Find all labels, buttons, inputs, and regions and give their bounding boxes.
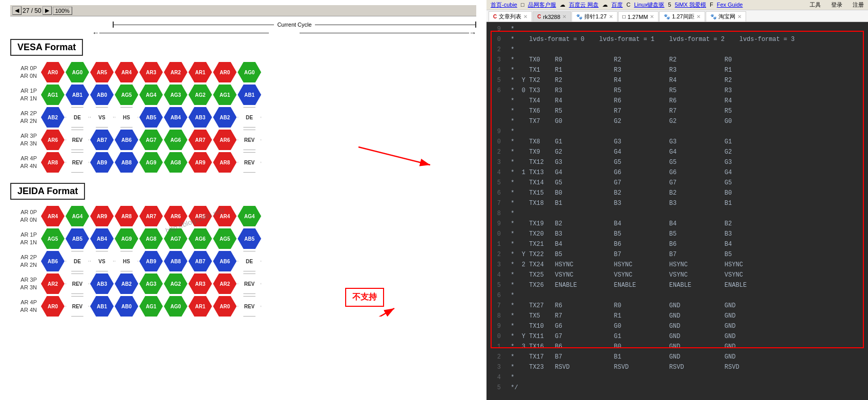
- tab-close-5[interactable]: ✕: [696, 14, 701, 19]
- line-content: * lvds-format = 0 lvds-format = 1 lvds-f…: [507, 35, 795, 44]
- code-line: 5 */: [486, 383, 868, 393]
- tab-label-4: 1.27MM: [628, 14, 648, 20]
- line-number: 3: [489, 55, 501, 65]
- diagram-row: AR 1PAR 1NAG5AB5AB4AG9AG8AG7AG6AG5AB5: [10, 228, 476, 249]
- code-line: 3 * TX12 G3 G5 G5 G3: [486, 157, 868, 167]
- line-content: * TX7 G0 G2 G2 G0: [507, 117, 732, 126]
- jeida-section: JEIDA Format AR 0PAR 0NAR4AG4AR9AR8AR7AR…: [10, 183, 476, 317]
- code-line: 2 * TX9 G2 G4 G4 G2: [486, 147, 868, 157]
- code-line: 8 * TX5 R7 R1 GND GND: [486, 311, 868, 321]
- tab-close-3[interactable]: ✕: [609, 14, 613, 19]
- tab-close-4[interactable]: ✕: [650, 14, 654, 19]
- zoom-btn[interactable]: 100%: [53, 7, 72, 15]
- line-content: * Y TX11 G7 G1 GND GND: [507, 332, 735, 341]
- code-line: 0 * lvds-format = 0 lvds-format = 1 lvds…: [486, 34, 868, 45]
- hex-cell: AB0: [115, 296, 138, 317]
- line-content: * TX21 B4 B6 B6 B4: [507, 240, 732, 249]
- line-number: 4: [489, 270, 501, 280]
- code-line: 4 * TX1 R1 R3 R3 R1: [486, 65, 868, 75]
- hex-cell: AG0: [238, 62, 261, 82]
- hex-cell: AG5: [115, 85, 138, 105]
- hex-row: AB6DEVSHSAB9AB8AB7AB6DE: [41, 251, 261, 271]
- code-line: 6 *: [486, 290, 868, 301]
- code-line: 5 * Y TX2 R2 R4 R4 R2: [486, 75, 868, 86]
- line-content: *: [507, 45, 514, 54]
- hex-cell: AR0: [213, 62, 237, 82]
- tab-127mm[interactable]: □ 1.27MM ✕: [618, 11, 659, 22]
- line-number: 7: [489, 301, 501, 310]
- toolbar-tools[interactable]: 工具: [810, 1, 821, 9]
- vesa-section: Current Cycle ← → VESA Format AR 0PAR 0N…: [10, 22, 476, 173]
- hex-cell: AB9: [90, 152, 114, 173]
- line-number: 5: [489, 76, 501, 85]
- hex-cell: AG6: [164, 130, 187, 150]
- hex-row: AG5AB5AB4AG9AG8AG7AG6AG5AB5: [41, 228, 261, 249]
- hex-cell: VS: [90, 107, 114, 128]
- hex-cell: AG0: [164, 296, 187, 317]
- hex-cell: AG2: [188, 85, 212, 105]
- hex-cell: AB6: [41, 251, 65, 271]
- next-page-btn[interactable]: ▶: [43, 6, 52, 15]
- not-supported-badge: 不支持: [345, 288, 384, 307]
- code-line: 9 *: [486, 24, 868, 34]
- code-line: * TX7 G0 G2 G2 G0: [486, 116, 868, 127]
- line-content: * Y TX22 B5 B7 B7 B5: [507, 250, 732, 259]
- tab-close-6[interactable]: ✕: [737, 14, 742, 19]
- hex-row: AR6REVAB7AB6AG7AG6AR7AR6REV: [41, 130, 261, 150]
- tab-favicon-4: □: [623, 14, 626, 19]
- hex-row: AB2DEVSHSAB5AB4AB3AB2DE: [41, 107, 261, 128]
- code-line: 8 *: [486, 208, 868, 219]
- line-number: 0: [489, 229, 501, 239]
- prev-page-btn[interactable]: ◀: [12, 6, 22, 15]
- diagram-row: AR 4PAR 4NAR8REVAB9AB8AG9AG8AR9AR8REV: [10, 152, 476, 173]
- top-bar: 首页-cubie □ 品网客户服 ☁ 百度云 网盘 ☁ 百度 C Linux键盘…: [486, 0, 868, 10]
- hex-cell: AR4: [41, 206, 65, 226]
- code-line: 0 * TX20 B3 B5 B5 B3: [486, 229, 868, 239]
- code-line: 9 *: [486, 127, 868, 137]
- hex-cell: AR2: [213, 273, 237, 294]
- line-number: 6: [489, 188, 501, 198]
- hex-cell: REV: [66, 152, 89, 173]
- hex-cell: AB2: [41, 107, 65, 128]
- hex-cell: AG1: [41, 85, 65, 105]
- hex-cell: AR3: [139, 62, 163, 82]
- code-line: 5 * TX14 G5 G7 G7 G5: [486, 178, 868, 188]
- hex-cell: AR7: [188, 130, 212, 150]
- tab-close-2[interactable]: ✕: [562, 14, 566, 19]
- line-content: *: [507, 25, 514, 34]
- code-line: 1 * 3 TX16 B6 B0 GND GND: [486, 342, 868, 352]
- line-content: * TX4 R4 R6 R6 R4: [507, 96, 732, 106]
- tab-label-5: 1.27间距: [672, 13, 694, 20]
- diagram-row: AR 2PAR 2NAB6DEVSHSAB9AB8AB7AB6DE: [10, 251, 476, 271]
- line-content: * TX14 G5 G7 G7 G5: [507, 178, 732, 187]
- hex-cell: DE: [66, 107, 89, 128]
- hex-cell: AB8: [115, 152, 138, 173]
- toolbar-login[interactable]: 登录: [831, 1, 842, 9]
- code-line: 2 * Y TX22 B5 B7 B7 B5: [486, 249, 868, 260]
- toolbar-register[interactable]: 注册: [853, 1, 864, 9]
- hex-cell: AG0: [66, 62, 89, 82]
- line-number: 0: [489, 332, 501, 341]
- toolbar: ◀ 27 / 50 ▶ 100%: [10, 5, 476, 16]
- line-number: 2: [489, 148, 501, 157]
- diagram-row: AR 1PAR 1NAG1AB1AB0AG5AG4AG3AG2AG1AB1: [10, 85, 476, 105]
- tab-close-1[interactable]: ✕: [523, 14, 527, 19]
- line-number: 8: [489, 209, 501, 218]
- left-panel: ◀ 27 / 50 ▶ 100% Current Cycle ←: [0, 0, 486, 400]
- hex-cell: AB0: [90, 85, 114, 105]
- tab-label-3: 排针1.27: [584, 13, 606, 20]
- tab-paizheng[interactable]: 🐾 排针1.27 ✕: [571, 11, 617, 22]
- line-content: * TX8 G1 G3 G3 G1: [507, 137, 732, 146]
- hex-cell: AB1: [90, 296, 114, 317]
- code-line: 5 * TX26 ENABLE ENABLE ENABLE ENABLE: [486, 280, 868, 290]
- vesa-rows: AR 0PAR 0NAR0AG0AR5AR4AR3AR2AR1AR0AG0AR …: [10, 62, 476, 173]
- tab-taobao[interactable]: 🐾 淘宝网 ✕: [706, 11, 746, 22]
- jeida-format-label: JEIDA Format: [10, 183, 85, 200]
- tab-127jj[interactable]: 🐾 1.27间距 ✕: [659, 11, 705, 22]
- code-line: 3 * TX0 R0 R2 R2 R0: [486, 55, 868, 65]
- tab-wenzhanliebiao[interactable]: C 文章列表 ✕: [489, 11, 532, 22]
- hex-cell: REV: [238, 152, 261, 173]
- row-label: AR 4PAR 4N: [10, 155, 41, 171]
- tab-rk3288[interactable]: C rk3288 ✕: [533, 11, 571, 22]
- hex-cell: AB1: [66, 85, 89, 105]
